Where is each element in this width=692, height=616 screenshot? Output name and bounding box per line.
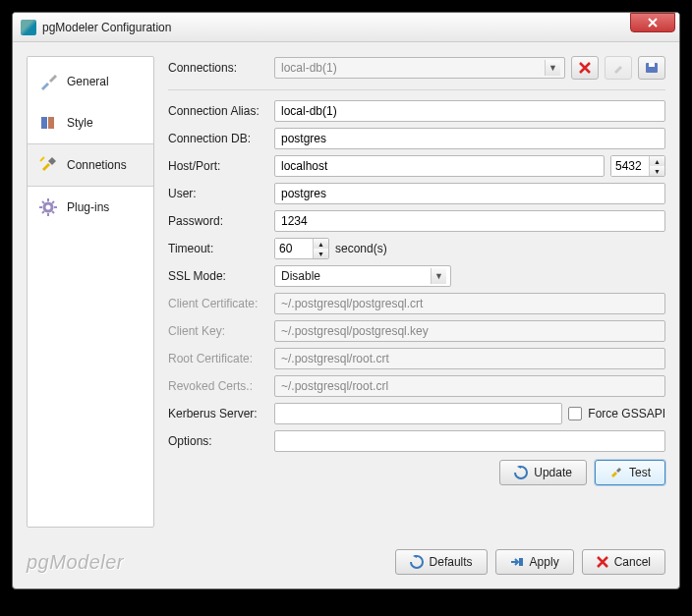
sidebar-item-plugins[interactable]: Plug-ins (28, 187, 153, 228)
rootcert-input (274, 348, 665, 369)
connections-value: local-db(1) (281, 61, 337, 75)
apply-label: Apply (530, 555, 559, 569)
apply-button[interactable]: Apply (495, 549, 574, 575)
clientkey-input (274, 320, 665, 342)
svg-line-10 (52, 201, 54, 203)
clientcert-label: Client Certificate: (168, 297, 268, 310)
sidebar-item-label: Plug-ins (67, 200, 109, 214)
save-connection-button[interactable] (638, 56, 665, 80)
port-input[interactable] (611, 156, 649, 176)
connections-label: Connections: (168, 61, 268, 75)
spin-down-icon[interactable]: ▼ (314, 249, 328, 258)
revoked-label: Revoked Certs.: (168, 379, 268, 393)
svg-line-9 (42, 211, 44, 213)
sidebar-item-label: Style (67, 116, 93, 130)
sidebar-item-style[interactable]: Style (28, 102, 153, 143)
pencil-icon (612, 62, 624, 74)
connection-icon (37, 154, 59, 176)
delete-connection-button[interactable] (571, 56, 599, 80)
password-input[interactable] (274, 210, 665, 232)
sidebar-item-label: General (67, 75, 109, 88)
chevron-down-icon: ▼ (545, 60, 560, 76)
spin-up-icon[interactable]: ▲ (650, 156, 664, 166)
timeout-input[interactable] (275, 239, 313, 258)
clientcert-input (274, 293, 665, 314)
sidebar: General Style Connetions Plug-ins (27, 56, 154, 528)
timeout-label: Timeout: (168, 242, 268, 255)
apply-icon (510, 556, 524, 568)
options-input[interactable] (274, 430, 665, 452)
clientkey-label: Client Key: (168, 324, 268, 338)
gear-icon (37, 196, 59, 218)
config-window: pgModeler Configuration General Style (12, 12, 680, 589)
alias-label: Connection Alias: (168, 104, 268, 118)
spin-up-icon[interactable]: ▲ (314, 239, 328, 249)
sidebar-item-label: Connetions (67, 158, 127, 172)
timeout-spinner[interactable]: ▲▼ (274, 238, 329, 259)
close-button[interactable] (630, 13, 675, 32)
refresh-icon (410, 555, 424, 569)
disk-icon (645, 62, 659, 74)
svg-rect-0 (41, 117, 47, 129)
rootcert-label: Root Certificate: (168, 352, 268, 365)
force-gssapi-checkbox[interactable] (568, 407, 582, 420)
force-gssapi-label: Force GSSAPI (588, 407, 665, 420)
content-area: General Style Connetions Plug-ins (13, 42, 679, 541)
defaults-button[interactable]: Defaults (395, 549, 488, 575)
defaults-label: Defaults (430, 555, 473, 569)
svg-rect-12 (649, 63, 655, 67)
form-area: Connections: local-db(1) ▼ Connection Al… (168, 56, 665, 528)
db-input[interactable] (274, 128, 665, 149)
svg-point-2 (44, 203, 52, 211)
svg-line-7 (42, 201, 44, 203)
kerberus-label: Kerberus Server: (168, 407, 268, 420)
app-icon (21, 20, 36, 35)
password-label: Password: (168, 214, 268, 228)
svg-rect-13 (519, 558, 523, 566)
footer: pgModeler Defaults Apply Cancel (13, 541, 679, 588)
branding-logo: pgModeler (27, 551, 387, 574)
db-label: Connection DB: (168, 132, 268, 145)
svg-rect-1 (48, 117, 54, 129)
window-title: pgModeler Configuration (42, 21, 630, 34)
connections-row: Connections: local-db(1) ▼ (168, 56, 665, 80)
cancel-button[interactable]: Cancel (582, 549, 665, 575)
host-input[interactable] (274, 155, 605, 177)
x-icon (597, 556, 608, 568)
test-label: Test (629, 466, 651, 479)
x-icon (579, 62, 591, 74)
chevron-down-icon: ▼ (431, 268, 446, 284)
ssl-value: Disable (281, 269, 320, 283)
tools-icon (37, 71, 59, 92)
revoked-input (274, 375, 665, 397)
alias-input[interactable] (274, 100, 665, 122)
user-label: User: (168, 187, 268, 200)
separator (168, 89, 665, 90)
cancel-label: Cancel (614, 555, 651, 569)
timeout-unit: second(s) (335, 242, 387, 255)
ssl-select[interactable]: Disable ▼ (274, 265, 451, 287)
form-button-row: Update Test (168, 460, 665, 485)
close-icon (647, 18, 659, 28)
update-label: Update (534, 466, 572, 479)
connections-select[interactable]: local-db(1) ▼ (274, 57, 565, 79)
palette-icon (37, 112, 59, 134)
sidebar-item-general[interactable]: General (28, 61, 153, 102)
refresh-icon (514, 466, 528, 479)
update-button[interactable]: Update (499, 460, 587, 485)
sidebar-item-connections[interactable]: Connetions (28, 143, 153, 187)
edit-connection-button[interactable] (605, 56, 632, 80)
ssl-label: SSL Mode: (168, 269, 268, 283)
kerberus-input[interactable] (274, 403, 562, 424)
test-icon (609, 466, 623, 479)
titlebar: pgModeler Configuration (13, 13, 679, 42)
hostport-label: Host/Port: (168, 159, 268, 173)
options-label: Options: (168, 434, 268, 448)
svg-line-8 (52, 211, 54, 213)
user-input[interactable] (274, 183, 665, 204)
test-button[interactable]: Test (595, 460, 665, 485)
port-spinner[interactable]: ▲▼ (610, 155, 665, 177)
spin-down-icon[interactable]: ▼ (650, 166, 664, 176)
